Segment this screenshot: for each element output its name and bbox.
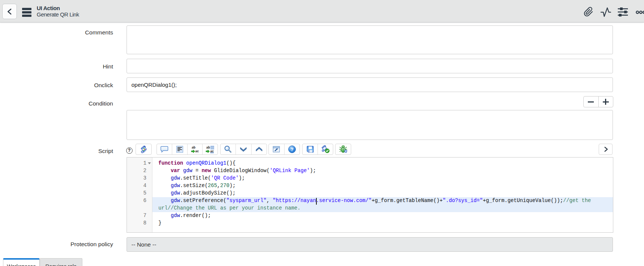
svg-text:ab: ab <box>206 146 210 149</box>
svg-text:ab: ab <box>192 146 195 149</box>
svg-text:ac: ac <box>195 149 199 153</box>
svg-text:?: ? <box>291 147 294 152</box>
